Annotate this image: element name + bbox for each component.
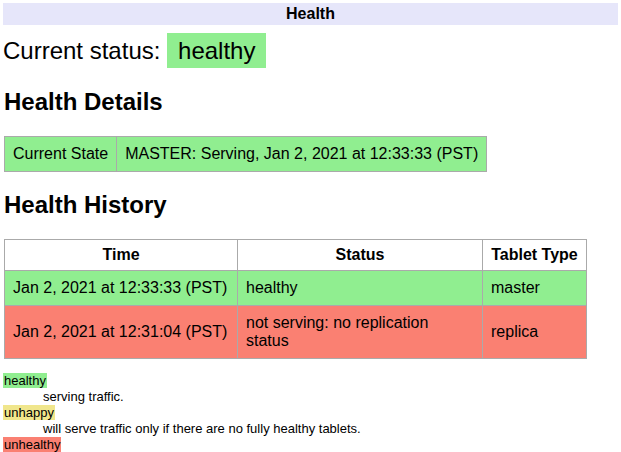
health-history-heading: Health History: [4, 191, 618, 219]
history-time-cell: Jan 2, 2021 at 12:33:33 (PST): [5, 271, 238, 306]
legend-term: unhappy: [3, 405, 618, 421]
current-state-value-cell: MASTER: Serving, Jan 2, 2021 at 12:33:33…: [117, 137, 487, 172]
health-details-table: Current State MASTER: Serving, Jan 2, 20…: [4, 136, 487, 172]
table-header-row: Time Status Tablet Type: [5, 240, 587, 271]
column-header-status: Status: [238, 240, 483, 271]
legend-term-healthy: healthy: [3, 373, 47, 388]
health-page: Health Current status: healthy Health De…: [0, 0, 621, 452]
table-row: Jan 2, 2021 at 12:33:33 (PST) healthy ma…: [5, 271, 587, 306]
history-status-cell: not serving: no replication status: [238, 306, 483, 359]
legend-term: unhealthy: [3, 437, 618, 452]
table-row: Jan 2, 2021 at 12:31:04 (PST) not servin…: [5, 306, 587, 359]
legend-description: will serve traffic only if there are no …: [43, 421, 618, 437]
column-header-time: Time: [5, 240, 238, 271]
legend-term: healthy: [3, 373, 618, 389]
health-history-table: Time Status Tablet Type Jan 2, 2021 at 1…: [4, 239, 587, 359]
current-status-badge: healthy: [167, 33, 266, 68]
column-header-tablet-type: Tablet Type: [483, 240, 587, 271]
current-status-label: Current status:: [3, 37, 160, 64]
history-tablet-type-cell: master: [483, 271, 587, 306]
current-state-label-cell: Current State: [5, 137, 117, 172]
history-tablet-type-cell: replica: [483, 306, 587, 359]
legend-term-unhealthy: unhealthy: [3, 437, 61, 452]
legend-term-unhappy: unhappy: [3, 405, 55, 420]
legend-description: serving traffic.: [43, 389, 618, 405]
status-legend: healthy serving traffic. unhappy will se…: [3, 373, 618, 452]
health-details-heading: Health Details: [4, 88, 618, 116]
history-time-cell: Jan 2, 2021 at 12:31:04 (PST): [5, 306, 238, 359]
page-title: Health: [3, 3, 618, 25]
table-row: Current State MASTER: Serving, Jan 2, 20…: [5, 137, 487, 172]
history-status-cell: healthy: [238, 271, 483, 306]
current-status-line: Current status: healthy: [3, 33, 618, 69]
